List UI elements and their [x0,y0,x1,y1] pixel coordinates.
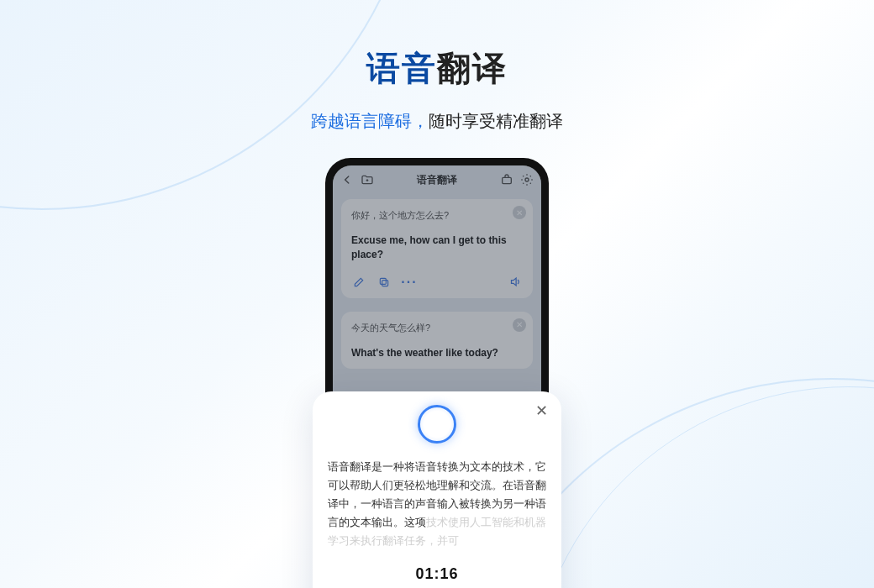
translation-card: ✕ 今天的天气怎么样? What's the weather like toda… [341,312,533,369]
source-text: 今天的天气怎么样? [351,322,523,334]
translation-card: ✕ 你好，这个地方怎么去? Excuse me, how can I get t… [341,199,533,298]
svg-rect-3 [380,278,386,284]
headline: 语音翻译 跨越语言障碍，随时享受精准翻译 [0,0,874,133]
new-folder-icon[interactable] [360,172,375,187]
recording-orb-wrap [328,405,546,444]
translated-text: Excuse me, how can I get to this place? [351,234,523,263]
recording-orb-icon [418,405,456,444]
copy-icon[interactable] [376,275,392,290]
source-text: 你好，这个地方怎么去? [351,209,523,222]
title-accent: 语音 [366,50,437,87]
subtitle-rest: 随时享受精准翻译 [429,112,563,130]
svg-rect-0 [503,177,512,183]
gear-icon[interactable] [519,172,534,187]
title-rest: 翻译 [437,50,508,87]
timer: 01:16 [328,565,546,583]
card-actions: ··· [351,275,523,290]
transcript-body: 语音翻译是一种将语音转换为文本的技术，它可以帮助人们更轻松地理解和交流。在语音翻… [328,459,546,550]
edit-icon[interactable] [351,275,366,290]
bg-swoosh [529,386,874,588]
card-close-icon[interactable]: ✕ [513,318,526,332]
screen-title: 语音翻译 [417,173,457,187]
subtitle: 跨越语言障碍，随时享受精准翻译 [0,110,874,133]
close-icon[interactable]: ✕ [535,403,548,418]
back-icon[interactable] [340,172,355,187]
app-bar: 语音翻译 [333,165,541,192]
svg-point-1 [525,178,529,181]
recording-sheet: ✕ 语音翻译是一种将语音转换为文本的技术，它可以帮助人们更轻松地理解和交流。在语… [313,391,561,588]
speaker-icon[interactable] [508,275,523,290]
toolkit-icon[interactable] [499,172,514,187]
card-close-icon[interactable]: ✕ [513,206,526,219]
svg-rect-2 [382,280,388,286]
subtitle-accent: 跨越语言障碍， [311,112,429,130]
more-icon[interactable]: ··· [402,275,417,290]
translated-text: What's the weather like today? [351,346,523,360]
page-title: 语音翻译 [0,45,874,92]
